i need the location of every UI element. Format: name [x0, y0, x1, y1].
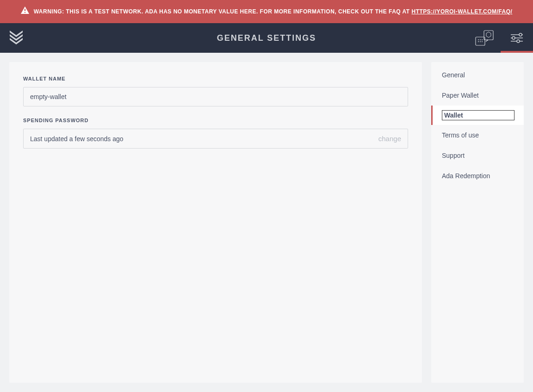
sidebar-item-wallet[interactable]: Wallet — [431, 106, 524, 125]
svg-point-8 — [480, 41, 481, 42]
svg-point-4 — [478, 39, 479, 40]
svg-point-11 — [519, 33, 522, 36]
warning-faq-link[interactable]: HTTPS://YOROI-WALLET.COM/FAQ/ — [412, 8, 513, 15]
settings-sidebar: General Paper Wallet Wallet Terms of use… — [431, 62, 524, 383]
spending-password-status: Last updated a few seconds ago — [30, 135, 124, 143]
sidebar-item-general[interactable]: General — [431, 62, 524, 85]
transfer-icon — [475, 30, 494, 46]
yoroi-logo-icon — [9, 30, 24, 46]
spending-password-label: SPENDING PASSWORD — [23, 118, 408, 123]
sidebar-item-ada-redemption[interactable]: Ada Redemption — [431, 166, 524, 186]
sliders-icon — [510, 33, 524, 43]
page-title: GENERAL SETTINGS — [217, 33, 316, 43]
change-password-link[interactable]: change — [378, 135, 401, 143]
sidebar-item-label: Terms of use — [442, 131, 479, 139]
sidebar-item-label: Support — [442, 152, 465, 159]
app-logo[interactable] — [0, 23, 32, 53]
sidebar-item-label: General — [442, 71, 465, 79]
spending-password-row: Last updated a few seconds ago change — [23, 129, 408, 149]
svg-point-15 — [517, 40, 520, 43]
svg-point-7 — [478, 41, 479, 42]
wallet-name-label: WALLET NAME — [23, 76, 408, 81]
svg-point-13 — [512, 37, 515, 39]
warning-triangle-icon — [21, 6, 29, 17]
sidebar-item-terms-of-use[interactable]: Terms of use — [431, 125, 524, 145]
warning-text: WARNING: THIS IS A TEST NETWORK. ADA HAS… — [34, 7, 513, 16]
daedalus-transfer-button[interactable] — [468, 23, 501, 53]
sidebar-item-label: Ada Redemption — [442, 172, 490, 180]
svg-point-9 — [482, 41, 483, 42]
sidebar-item-support[interactable]: Support — [431, 145, 524, 166]
warning-prefix: WARNING: THIS IS A TEST NETWORK. ADA HAS… — [34, 8, 412, 15]
wallet-name-input[interactable] — [23, 87, 408, 106]
svg-point-5 — [480, 39, 481, 40]
svg-rect-1 — [25, 12, 25, 13]
sidebar-item-paper-wallet[interactable]: Paper Wallet — [431, 85, 524, 106]
warning-banner: WARNING: THIS IS A TEST NETWORK. ADA HAS… — [0, 0, 533, 23]
app-header: GENERAL SETTINGS — [0, 23, 533, 53]
sidebar-item-label: Wallet — [442, 110, 514, 120]
svg-rect-0 — [25, 9, 25, 11]
settings-panel: WALLET NAME SPENDING PASSWORD Last updat… — [9, 62, 422, 383]
sidebar-item-label: Paper Wallet — [442, 92, 479, 99]
main-content: WALLET NAME SPENDING PASSWORD Last updat… — [0, 53, 533, 392]
header-actions — [468, 23, 533, 53]
settings-button[interactable] — [501, 23, 533, 53]
svg-point-6 — [482, 39, 483, 40]
